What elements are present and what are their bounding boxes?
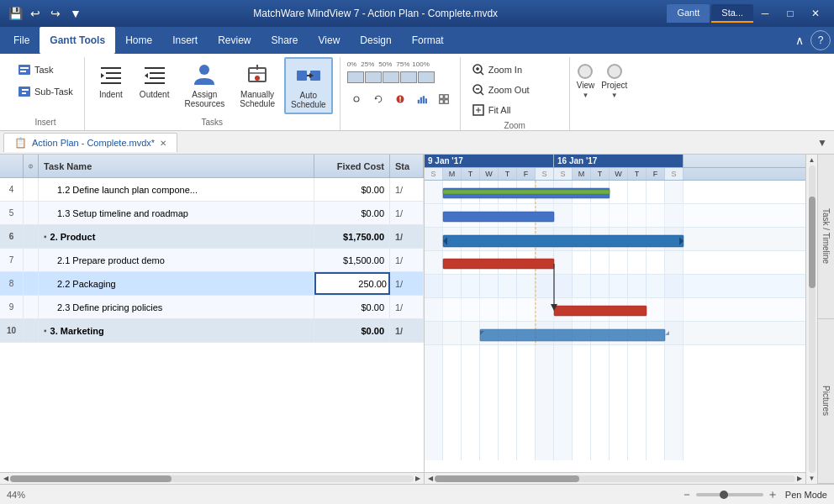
menu-view[interactable]: View	[309, 27, 351, 54]
gantt-h-scroll-left[interactable]: ◀	[426, 475, 435, 482]
chart-icon-btn[interactable]	[413, 90, 431, 108]
zoom-in-button[interactable]: Zoom In	[467, 60, 562, 79]
save-icon[interactable]: 💾	[7, 5, 24, 22]
help-button[interactable]: ?	[810, 30, 831, 50]
undo-icon[interactable]: ↩	[27, 5, 44, 22]
gantt-h-scroll-right[interactable]: ▶	[795, 475, 804, 482]
maximize-button[interactable]: □	[779, 5, 802, 22]
manually-schedule-button[interactable]: Manually Schedule	[234, 57, 281, 113]
zoom-out-button[interactable]: Zoom Out	[467, 81, 562, 99]
col-header-indicator	[24, 155, 39, 177]
indent-button[interactable]: Indent	[92, 57, 130, 103]
table-row[interactable]: 9 2.3 Define pricing policies $0.00 1/	[0, 296, 424, 319]
sidebar-tab-pictures[interactable]: Pictures	[818, 319, 834, 484]
h-scroll-thumb[interactable]	[10, 475, 172, 482]
task-button[interactable]: Task	[13, 60, 77, 79]
tasks-buttons: Indent Outdent Assign Resources	[92, 57, 333, 116]
menu-review[interactable]: Review	[208, 27, 261, 54]
title-bar-quick-access[interactable]: 💾 ↩ ↪ ▼	[7, 5, 84, 22]
document-tab[interactable]: 📋 Action Plan - Complete.mvdx* ✕	[3, 133, 177, 152]
fit-all-button[interactable]: Fit All	[467, 101, 562, 119]
menu-gantt-tools[interactable]: Gantt Tools	[40, 27, 115, 54]
table-row[interactable]: 6 ▪ 2. Product $1,750.00 1/	[0, 225, 424, 249]
svg-point-16	[199, 65, 209, 75]
subtask-button[interactable]: Sub-Task	[13, 82, 77, 101]
gantt-panel: 9 Jan '17 16 Jan '17 S M T W T F S S M T…	[425, 155, 817, 484]
doc-tab-close[interactable]: ✕	[160, 139, 166, 148]
v-scroll-up[interactable]: ▲	[809, 156, 816, 164]
ribbon-section-tools: 0% 25% 50% 75% 100%	[340, 57, 461, 130]
project-dropdown-arrow[interactable]: ▼	[611, 92, 618, 99]
outdent-button[interactable]: Outdent	[134, 57, 176, 103]
sidebar-tab-timeline[interactable]: Task / Timeline	[818, 155, 834, 319]
table-row[interactable]: 8 2.2 Packaging 1/	[0, 272, 424, 296]
menu-insert[interactable]: Insert	[162, 27, 208, 54]
row-cost-8-editing[interactable]	[314, 272, 390, 295]
collapse-ribbon-icon[interactable]: ∧	[795, 34, 804, 47]
row-num-5: 5	[0, 202, 24, 224]
v-scroll-thumb[interactable]	[809, 197, 816, 289]
table-row[interactable]: 10 ▪ 3. Marketing $0.00 1/	[0, 319, 424, 343]
assign-resources-button[interactable]: Assign Resources	[178, 57, 230, 113]
project-label: Project	[601, 81, 627, 90]
cost-input-8[interactable]	[318, 279, 387, 289]
doc-tabs-scroll-arrow[interactable]: ▼	[814, 134, 831, 151]
table-h-scroll[interactable]: ◀ ▶	[0, 472, 424, 484]
grid-icon-btn[interactable]	[435, 90, 453, 108]
gantt-h-scroll[interactable]: ◀ ▶	[425, 472, 805, 484]
view-radio[interactable]	[578, 64, 593, 79]
col-header-rownum	[0, 155, 24, 177]
menu-file[interactable]: File	[3, 27, 40, 54]
expand-icon-10[interactable]: ▪	[44, 326, 47, 335]
status-zoom-value: 44%	[7, 490, 25, 500]
col-header-fixedcost: Fixed Cost	[314, 155, 390, 177]
indent-label: Indent	[99, 90, 123, 99]
sta-tab[interactable]: Sta...	[711, 4, 753, 23]
task-icon	[18, 63, 31, 76]
link-icon-btn[interactable]	[347, 90, 366, 108]
zoom-control[interactable]: － ＋	[681, 487, 779, 502]
zoom-decrease-button[interactable]: －	[681, 487, 693, 502]
refresh-icon-btn[interactable]	[369, 90, 388, 108]
gantt-day-S3: S	[554, 168, 573, 180]
svg-rect-34	[444, 95, 448, 99]
h-scroll-left[interactable]: ◀	[2, 475, 10, 482]
v-scroll[interactable]: ▲ ▼	[805, 155, 817, 484]
row-indicator-6	[24, 225, 39, 248]
ribbon-section-tasks: Indent Outdent Assign Resources	[85, 57, 340, 130]
view-dropdown-arrow[interactable]: ▼	[582, 92, 589, 99]
svg-rect-31	[422, 96, 424, 103]
v-scroll-down[interactable]: ▼	[809, 475, 816, 482]
table-row[interactable]: 5 1.3 Setup timeline and roadmap $0.00 1…	[0, 202, 424, 225]
zoom-slider-track[interactable]	[696, 493, 763, 496]
menu-format[interactable]: Format	[402, 27, 454, 54]
view-tabs[interactable]: Gantt Sta...	[667, 4, 753, 23]
table-row[interactable]: 4 1.2 Define launch plan compone... $0.0…	[0, 178, 424, 202]
menu-home[interactable]: Home	[115, 27, 162, 54]
zoom-slider-thumb[interactable]	[720, 491, 728, 499]
auto-schedule-button[interactable]: Auto Schedule	[284, 57, 333, 114]
gantt-tab[interactable]: Gantt	[667, 4, 710, 23]
redo-icon[interactable]: ↪	[47, 5, 64, 22]
menu-design[interactable]: Design	[350, 27, 401, 54]
expand-icon-6[interactable]: ▪	[44, 232, 47, 241]
customize-icon[interactable]: ▼	[67, 5, 84, 22]
gantt-h-scroll-thumb[interactable]	[435, 475, 579, 482]
row-indicator-7	[24, 249, 39, 271]
status-icon-btn[interactable]	[391, 90, 409, 108]
close-button[interactable]: ✕	[804, 5, 827, 22]
h-scroll-right[interactable]: ▶	[414, 475, 422, 482]
window-controls[interactable]: ─ □ ✕	[753, 5, 827, 22]
right-sidebar: Task / Timeline Pictures	[817, 155, 834, 484]
svg-rect-57	[443, 259, 554, 269]
menu-share[interactable]: Share	[261, 27, 309, 54]
table-row[interactable]: 7 2.1 Prepare product demo $1,500.00 1/	[0, 249, 424, 272]
manually-schedule-icon	[244, 61, 271, 88]
project-radio[interactable]	[607, 64, 622, 79]
row-name-7: 2.1 Prepare product demo	[39, 249, 314, 271]
minimize-button[interactable]: ─	[753, 5, 777, 22]
zoom-increase-button[interactable]: ＋	[767, 487, 779, 502]
window-title: MatchWare MindView 7 - Action Plan - Com…	[84, 8, 667, 19]
svg-point-19	[255, 76, 260, 81]
svg-rect-52	[443, 190, 610, 194]
